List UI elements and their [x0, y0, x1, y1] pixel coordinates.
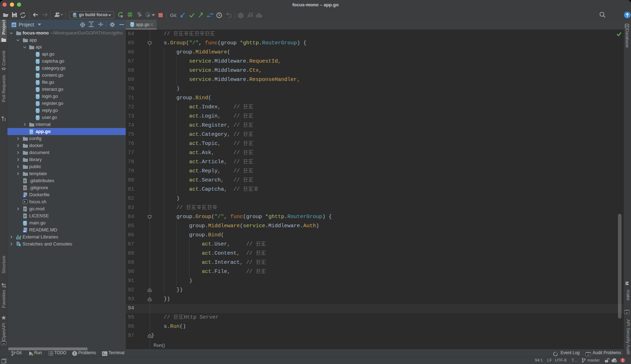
- svg-text:API: API: [625, 312, 629, 314]
- svg-text:D: D: [24, 195, 25, 197]
- svg-text:API: API: [587, 354, 590, 356]
- svg-text:MD: MD: [24, 230, 26, 232]
- svg-text:API: API: [2, 343, 5, 345]
